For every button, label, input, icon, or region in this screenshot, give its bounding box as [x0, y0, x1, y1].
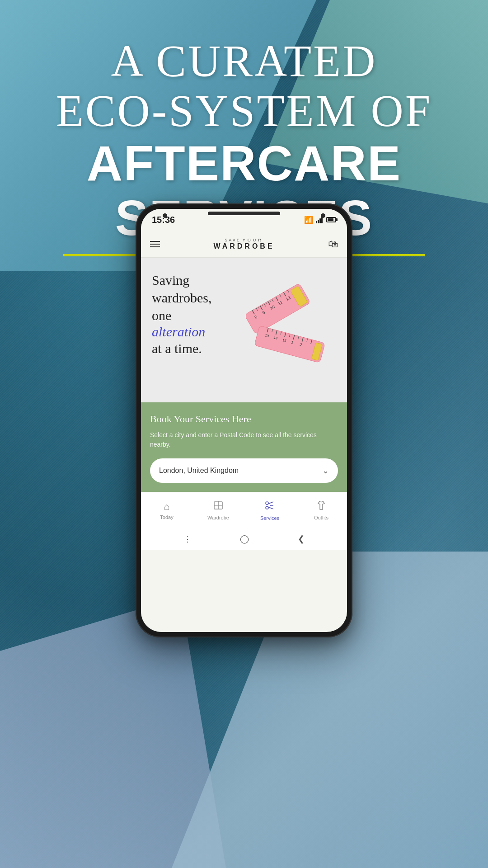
svg-point-44: [266, 502, 268, 505]
nav-label-outfits: Outfits: [314, 515, 328, 520]
hero-text-line4: at a time.: [152, 340, 253, 357]
wardrobe-icon: [213, 500, 223, 513]
booking-section: Book Your Services Here Select a city an…: [141, 402, 347, 492]
nav-item-today[interactable]: ⌂ Today: [141, 501, 192, 520]
phone-outer-shell: 15:36 📶: [136, 203, 352, 637]
hero-section: Saving wardrobes, one alteration at a ti…: [141, 258, 347, 402]
android-home-btn[interactable]: ◯: [240, 534, 249, 544]
book-services-description: Select a city and enter a Postal Code to…: [150, 430, 338, 449]
battery-icon: [326, 217, 336, 222]
svg-line-46: [268, 502, 274, 504]
tape-measure-image: 8 9 10 11 12: [246, 276, 336, 389]
android-back-btn[interactable]: ❮: [298, 534, 305, 544]
svg-line-47: [268, 507, 274, 509]
city-name: London, United Kingdom: [159, 467, 239, 475]
hero-inner: Saving wardrobes, one alteration at a ti…: [152, 271, 336, 357]
nav-item-wardrobe[interactable]: Wardrobe: [192, 500, 244, 520]
logo-wardrobe: WARDROBE: [213, 242, 274, 250]
hero-text: Saving wardrobes, one alteration at a ti…: [152, 271, 253, 357]
chevron-down-icon: ⌄: [322, 466, 329, 476]
hero-text-line3: one: [152, 307, 253, 324]
headline-line1: A CURATED: [18, 36, 470, 86]
book-services-title: Book Your Services Here: [150, 413, 338, 425]
android-nav-bar: ⋮ ◯ ❮: [141, 528, 347, 550]
headline-line2: ECO-SYSTEM OF: [18, 86, 470, 136]
logo-save: SAVE: [225, 238, 240, 242]
outfits-icon: [316, 500, 326, 513]
phone-screen: 15:36 📶: [141, 209, 347, 632]
phone-cameras: [163, 213, 325, 218]
phone-mockup: 15:36 📶: [136, 203, 352, 637]
hamburger-menu[interactable]: [150, 241, 160, 247]
hero-text-line1: Saving: [152, 271, 253, 289]
nav-label-services: Services: [260, 515, 279, 521]
nav-label-today: Today: [160, 514, 173, 520]
app-header: SAVE YOUR WARDROBE 🛍: [141, 231, 347, 258]
nav-label-wardrobe: Wardrobe: [207, 515, 229, 520]
svg-point-45: [266, 506, 268, 509]
camera-left: [163, 213, 167, 218]
nav-item-services[interactable]: Services: [244, 500, 296, 521]
tape-measure-svg: 8 9 10 11 12: [246, 276, 336, 389]
scissors-icon: [264, 500, 275, 514]
city-selector[interactable]: London, United Kingdom ⌄: [150, 458, 338, 483]
android-menu-btn[interactable]: ⋮: [183, 534, 192, 544]
hero-alteration-text: alteration: [152, 324, 253, 340]
hero-text-line2: wardrobes,: [152, 289, 253, 307]
camera-right: [321, 213, 325, 218]
logo-your: YOUR: [243, 238, 263, 242]
bag-icon[interactable]: 🛍: [328, 238, 338, 250]
nav-item-outfits[interactable]: Outfits: [296, 500, 347, 520]
home-icon: ⌂: [164, 501, 169, 513]
app-logo: SAVE YOUR WARDROBE: [213, 238, 274, 250]
bottom-navigation: ⌂ Today Wardrobe: [141, 492, 347, 528]
